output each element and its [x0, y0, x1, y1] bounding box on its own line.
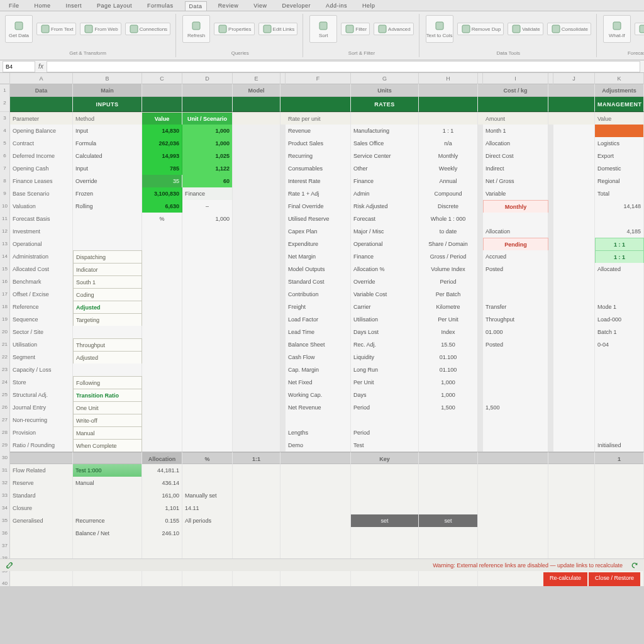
cell-empty[interactable]: [233, 150, 280, 163]
rate-group[interactable]: [351, 527, 419, 540]
cell-empty[interactable]: [182, 389, 233, 402]
row-header[interactable]: 11: [0, 213, 10, 226]
row-method[interactable]: Dispatching: [73, 250, 142, 264]
mgmt-cell[interactable]: Domestic: [595, 162, 644, 175]
row-value[interactable]: %: [142, 213, 182, 226]
row-value[interactable]: 436.14: [142, 477, 182, 490]
rate-label[interactable]: Lengths: [286, 426, 351, 440]
amount-cell[interactable]: Pending: [483, 238, 548, 251]
rate-freq[interactable]: Per Unit: [419, 313, 478, 326]
cell-empty[interactable]: [233, 313, 280, 326]
row-label[interactable]: Operational: [10, 238, 73, 251]
ribbon-tab-help[interactable]: Help: [358, 1, 379, 11]
cell-empty[interactable]: [182, 364, 233, 377]
row-label[interactable]: Finance Leases: [10, 175, 73, 188]
rate-label[interactable]: Contribution: [286, 288, 351, 301]
row-label[interactable]: Reserve: [10, 477, 73, 490]
ribbon-button-connections[interactable]: Connections: [125, 23, 170, 35]
rate-group[interactable]: Carrier: [351, 301, 419, 314]
rate-freq[interactable]: Per Batch: [419, 288, 478, 301]
cell-empty[interactable]: [351, 577, 419, 586]
row-value[interactable]: 35: [142, 175, 182, 188]
amount-cell[interactable]: [483, 439, 548, 452]
cell-empty[interactable]: [182, 250, 233, 264]
rate-freq[interactable]: n/a: [419, 137, 478, 150]
row-method[interactable]: [73, 364, 142, 377]
row-label[interactable]: Deferred Income: [10, 150, 73, 163]
row-label[interactable]: Forecast Basis: [10, 213, 73, 226]
amount-cell[interactable]: [483, 514, 548, 528]
row-scenario[interactable]: Finance: [182, 187, 233, 201]
rate-label[interactable]: [286, 527, 351, 540]
rate-freq[interactable]: 01.100: [419, 351, 478, 364]
row-header[interactable]: 37: [0, 540, 10, 553]
rate-freq[interactable]: [419, 439, 478, 452]
cell-empty[interactable]: [419, 540, 478, 553]
ribbon-button-consolidate[interactable]: Consolidate: [547, 23, 591, 35]
cell-empty[interactable]: [233, 125, 280, 138]
divider-tab[interactable]: Allocation: [142, 452, 182, 465]
cell[interactable]: [553, 275, 595, 289]
refresh-icon[interactable]: [630, 561, 639, 570]
row-scenario[interactable]: All periods: [182, 514, 233, 528]
rate-freq[interactable]: 1 : 1: [419, 125, 478, 138]
cell-empty[interactable]: [233, 326, 280, 339]
cell-empty[interactable]: [483, 577, 548, 586]
row-scenario[interactable]: 60: [182, 175, 233, 188]
bottom-button-re-calculate[interactable]: Re-calculate: [543, 572, 587, 586]
rate-freq[interactable]: 1,500: [419, 401, 478, 414]
ribbon-button-filter[interactable]: Filter: [341, 23, 370, 35]
mgmt-cell[interactable]: [595, 275, 644, 289]
row-scenario[interactable]: 1,122: [182, 162, 233, 175]
row-method[interactable]: Frozen: [73, 187, 142, 201]
row-method[interactable]: Targeting: [73, 313, 142, 326]
cell-empty[interactable]: [286, 577, 351, 586]
row-method[interactable]: Input: [73, 125, 142, 138]
row-scenario[interactable]: 1,000: [182, 125, 233, 138]
rate-label[interactable]: [286, 464, 351, 477]
cell-empty[interactable]: [142, 238, 182, 251]
rate-group[interactable]: Variable Cost: [351, 288, 419, 301]
row-header[interactable]: 10: [0, 200, 10, 213]
cell-empty[interactable]: [233, 489, 280, 502]
cell-empty[interactable]: [182, 439, 233, 452]
amount-cell[interactable]: Throughput: [483, 313, 548, 326]
cell-empty[interactable]: [182, 351, 233, 364]
cell-empty[interactable]: [233, 175, 280, 188]
row-label[interactable]: Generalised: [10, 514, 73, 528]
row-header[interactable]: 19: [0, 313, 10, 326]
cell-empty[interactable]: [233, 238, 280, 251]
mgmt-cell[interactable]: 1 : 1: [595, 250, 644, 264]
row-value[interactable]: 14,993: [142, 150, 182, 163]
cell-empty[interactable]: [233, 200, 280, 213]
cell-empty[interactable]: [233, 275, 280, 289]
rate-freq[interactable]: 15.50: [419, 338, 478, 352]
cell-empty[interactable]: [73, 540, 142, 553]
cell[interactable]: [553, 263, 595, 276]
rate-group[interactable]: Rec. Adj.: [351, 338, 419, 352]
cell-empty[interactable]: [142, 351, 182, 364]
row-header[interactable]: 28: [0, 426, 10, 440]
rate-label[interactable]: Utilised Reserve: [286, 213, 351, 226]
row-header[interactable]: 2: [0, 97, 10, 112]
rate-freq[interactable]: 1,000: [419, 376, 478, 389]
ribbon-tab-review[interactable]: Review: [214, 1, 243, 11]
row-value[interactable]: 6,630: [142, 200, 182, 213]
rate-freq[interactable]: [419, 426, 478, 440]
select-all-corner[interactable]: [0, 73, 10, 84]
mgmt-cell[interactable]: [595, 527, 644, 540]
column-header-K[interactable]: K: [595, 73, 644, 84]
cell[interactable]: [553, 376, 595, 389]
band-tab[interactable]: Cost / kg: [483, 84, 548, 97]
cell[interactable]: [553, 389, 595, 402]
column-header-I[interactable]: I: [483, 73, 548, 84]
mgmt-cell[interactable]: 0-04: [595, 338, 644, 352]
rate-label[interactable]: Lead Time: [286, 326, 351, 339]
row-header[interactable]: 5: [0, 137, 10, 150]
rate-group[interactable]: Sales Office: [351, 137, 419, 150]
row-header[interactable]: 27: [0, 414, 10, 427]
cell-empty[interactable]: [233, 426, 280, 440]
cell-empty[interactable]: [233, 351, 280, 364]
cell[interactable]: [553, 401, 595, 414]
row-header[interactable]: 22: [0, 351, 10, 364]
